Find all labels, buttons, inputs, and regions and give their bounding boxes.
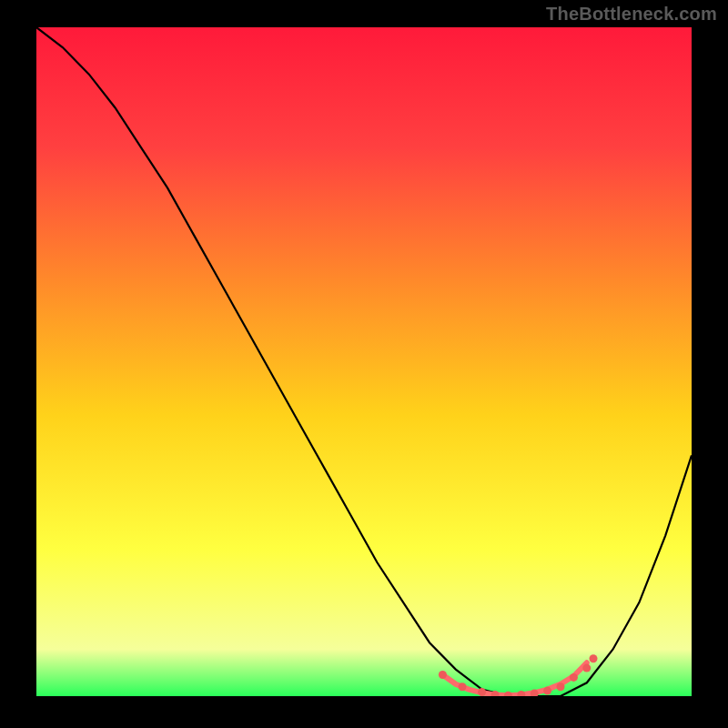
plateau-dot (582, 664, 591, 672)
plateau-dot (543, 687, 551, 695)
gradient-background (36, 27, 692, 696)
chart-container: TheBottleneck.com (0, 0, 728, 728)
watermark-text: TheBottleneck.com (546, 4, 717, 25)
plateau-dot (439, 671, 447, 679)
plateau-dot (557, 682, 565, 691)
plot-area (36, 27, 692, 696)
plateau-dot (570, 673, 578, 682)
plateau-dot (590, 654, 598, 662)
chart-svg (36, 27, 692, 696)
plateau-dot (459, 682, 467, 691)
plateau-dot (478, 688, 486, 696)
